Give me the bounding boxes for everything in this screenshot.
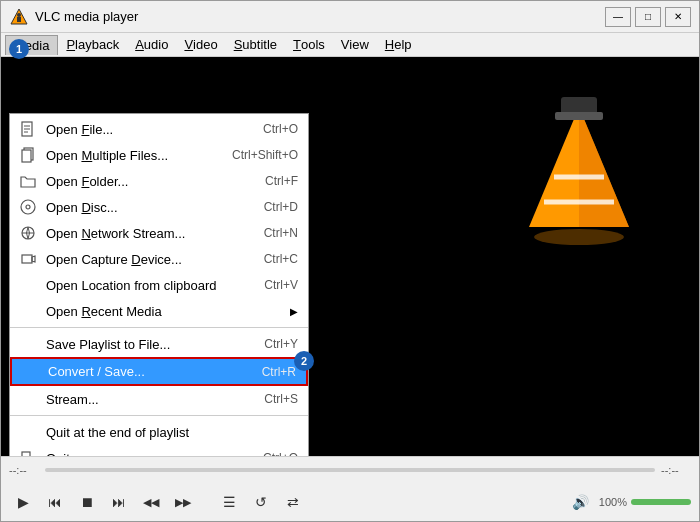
stream-label: Stream... — [46, 392, 244, 407]
bottom-area: --:-- --:-- ▶ ⏮ ⏹ ⏭ ◀◀ ▶▶ ☰ ↺ ⇄ 🔊 100% — [1, 456, 699, 521]
open-folder-label: Open Folder... — [46, 174, 245, 189]
open-multiple-icon — [18, 145, 38, 165]
svg-point-9 — [21, 200, 35, 214]
quit-end-label: Quit at the end of playlist — [46, 425, 298, 440]
menu-playback[interactable]: Playback — [58, 33, 127, 56]
seek-bar-area: --:-- --:-- — [1, 457, 699, 483]
open-multiple-label: Open Multiple Files... — [46, 148, 212, 163]
svg-rect-8 — [22, 150, 31, 162]
menu-bar: Media 1 Playback Audio Video Subtitle To… — [1, 33, 699, 57]
controls-bar: ▶ ⏮ ⏹ ⏭ ◀◀ ▶▶ ☰ ↺ ⇄ 🔊 100% — [1, 483, 699, 521]
frame-next-button[interactable]: ▶▶ — [169, 488, 197, 516]
open-folder-icon — [18, 171, 38, 191]
playlist-button[interactable]: ☰ — [215, 488, 243, 516]
frame-prev-button[interactable]: ◀◀ — [137, 488, 165, 516]
restore-button[interactable]: □ — [635, 7, 661, 27]
open-file-icon — [18, 119, 38, 139]
open-multiple-shortcut: Ctrl+Shift+O — [232, 148, 298, 162]
open-recent-label: Open Recent Media — [46, 304, 286, 319]
time-total: --:-- — [661, 464, 691, 476]
svg-rect-24 — [555, 112, 603, 120]
separator-1 — [10, 327, 308, 328]
open-network-icon — [18, 223, 38, 243]
badge-1: 1 — [9, 39, 29, 59]
menu-open-network[interactable]: Open Network Stream... Ctrl+N — [10, 220, 308, 246]
menu-open-file[interactable]: Open File... Ctrl+O — [10, 116, 308, 142]
svg-rect-15 — [22, 452, 30, 456]
save-playlist-label: Save Playlist to File... — [46, 337, 244, 352]
seek-bar[interactable] — [45, 468, 655, 472]
menu-tools[interactable]: Tools — [285, 33, 333, 56]
next-button[interactable]: ⏭ — [105, 488, 133, 516]
svg-point-2 — [17, 13, 21, 17]
volume-percent: 100% — [599, 496, 627, 508]
svg-point-18 — [534, 229, 624, 245]
menu-audio[interactable]: Audio — [127, 33, 176, 56]
menu-stream[interactable]: Stream... Ctrl+S — [10, 386, 308, 412]
volume-fill — [631, 499, 691, 505]
open-capture-label: Open Capture Device... — [46, 252, 244, 267]
menu-save-playlist[interactable]: Save Playlist to File... Ctrl+Y — [10, 331, 308, 357]
menu-subtitle[interactable]: Subtitle — [226, 33, 285, 56]
quit-label: Quit — [46, 451, 243, 457]
separator-2 — [10, 415, 308, 416]
open-recent-arrow: ▶ — [290, 306, 298, 317]
open-file-label: Open File... — [46, 122, 243, 137]
open-location-shortcut: Ctrl+V — [264, 278, 298, 292]
open-network-shortcut: Ctrl+N — [264, 226, 298, 240]
vlc-logo — [519, 97, 639, 247]
quit-shortcut: Ctrl+Q — [263, 451, 298, 456]
svg-marker-20 — [579, 107, 629, 227]
open-disc-label: Open Disc... — [46, 200, 244, 215]
stop-button[interactable]: ⏹ — [73, 488, 101, 516]
loop-button[interactable]: ↺ — [247, 488, 275, 516]
svg-rect-1 — [17, 17, 21, 22]
open-folder-shortcut: Ctrl+F — [265, 174, 298, 188]
minimize-button[interactable]: — — [605, 7, 631, 27]
volume-bar[interactable] — [631, 499, 691, 505]
menu-open-folder[interactable]: Open Folder... Ctrl+F — [10, 168, 308, 194]
badge-2: 2 — [294, 351, 314, 371]
prev-button[interactable]: ⏮ — [41, 488, 69, 516]
save-playlist-shortcut: Ctrl+Y — [264, 337, 298, 351]
menu-open-disc[interactable]: Open Disc... Ctrl+D — [10, 194, 308, 220]
menu-convert-save[interactable]: Convert / Save... Ctrl+R 2 — [10, 357, 308, 386]
menu-help[interactable]: Help — [377, 33, 420, 56]
menu-open-recent[interactable]: Open Recent Media ▶ — [10, 298, 308, 324]
title-bar: VLC media player — □ ✕ — [1, 1, 699, 33]
quit-icon — [18, 448, 38, 456]
open-network-label: Open Network Stream... — [46, 226, 244, 241]
menu-quit-end[interactable]: Quit at the end of playlist — [10, 419, 308, 445]
svg-point-10 — [26, 205, 30, 209]
open-file-shortcut: Ctrl+O — [263, 122, 298, 136]
open-capture-icon — [18, 249, 38, 269]
convert-save-label: Convert / Save... — [48, 364, 242, 379]
vlc-window: VLC media player — □ ✕ Media 1 Playback … — [0, 0, 700, 522]
open-disc-icon — [18, 197, 38, 217]
svg-rect-13 — [22, 255, 32, 263]
window-title: VLC media player — [35, 9, 605, 24]
app-icon — [9, 7, 29, 27]
menu-open-multiple[interactable]: Open Multiple Files... Ctrl+Shift+O — [10, 142, 308, 168]
content-area: Open File... Ctrl+O Open Multiple Files.… — [1, 57, 699, 456]
menu-open-location[interactable]: Open Location from clipboard Ctrl+V — [10, 272, 308, 298]
time-current: --:-- — [9, 464, 39, 476]
menu-open-capture[interactable]: Open Capture Device... Ctrl+C — [10, 246, 308, 272]
menu-quit[interactable]: Quit Ctrl+Q — [10, 445, 308, 456]
convert-save-shortcut: Ctrl+R — [262, 365, 296, 379]
close-button[interactable]: ✕ — [665, 7, 691, 27]
open-disc-shortcut: Ctrl+D — [264, 200, 298, 214]
random-button[interactable]: ⇄ — [279, 488, 307, 516]
menu-view[interactable]: View — [333, 33, 377, 56]
open-location-label: Open Location from clipboard — [46, 278, 244, 293]
volume-icon[interactable]: 🔊 — [567, 488, 595, 516]
stream-shortcut: Ctrl+S — [264, 392, 298, 406]
media-dropdown: Open File... Ctrl+O Open Multiple Files.… — [9, 113, 309, 456]
open-capture-shortcut: Ctrl+C — [264, 252, 298, 266]
volume-area: 🔊 100% — [567, 488, 691, 516]
play-button[interactable]: ▶ — [9, 488, 37, 516]
window-controls: — □ ✕ — [605, 7, 691, 27]
svg-marker-14 — [32, 256, 35, 262]
menu-video[interactable]: Video — [176, 33, 225, 56]
